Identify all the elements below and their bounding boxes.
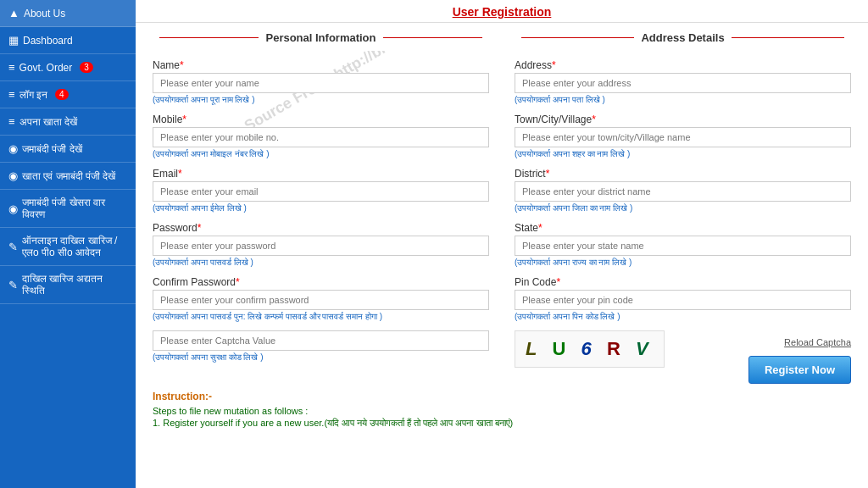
- state-hint: (उपयोगकर्ता अपना राज्य का नाम लिखे ): [515, 258, 851, 268]
- form-container: Personal Information Address Details Nam…: [136, 23, 868, 439]
- captcha-group: (उपयोगकर्ता अपना सुरक्षा कोड लिखे ): [153, 330, 489, 363]
- govt-order-badge: 3: [80, 62, 93, 73]
- account-jamabandi-icon: ◉: [8, 169, 18, 182]
- sidebar: ▲ About Us ▦ Dashboard ≡ Govt. Order 3 ≡…: [0, 0, 136, 488]
- address-details-header: Address Details: [515, 31, 851, 44]
- town-input[interactable]: [515, 127, 851, 147]
- name-group: Name* (उपयोगकर्ता अपना पूरा नाम लिखे ): [153, 59, 489, 105]
- pincode-label: Pin Code*: [515, 276, 851, 288]
- confirm-password-group: Confirm Password* (उपयोगकर्ता अपना पासवर…: [153, 276, 489, 322]
- town-label: Town/City/Village*: [515, 114, 851, 125]
- captcha-image: L U 6 R V: [515, 330, 665, 368]
- password-label: Password*: [153, 222, 489, 234]
- confirm-password-input[interactable]: [153, 290, 489, 310]
- instruction-step-1: 1. Register yourself if you are a new us…: [153, 418, 851, 429]
- mobile-label: Mobile*: [153, 114, 489, 125]
- sidebar-item-dashboard[interactable]: ▦ Dashboard: [0, 27, 136, 54]
- pincode-hint: (उपयोगकर्ता अपना पिन कोड लिखे ): [515, 312, 851, 322]
- dashboard-icon: ▦: [8, 34, 19, 47]
- instruction-subtitle: Steps to file new mutation as follows :: [153, 406, 851, 416]
- personal-info-col: Name* (उपयोगकर्ता अपना पूरा नाम लिखे ) M…: [153, 59, 489, 384]
- page-title-bar: User Registration: [136, 0, 868, 23]
- main-content: User Registration Source From: http://bh…: [136, 0, 868, 488]
- reload-captcha-button[interactable]: Reload Captcha: [748, 337, 851, 347]
- password-group: Password* (उपयोगकर्ता अपना पासवर्ड लिखे …: [153, 222, 489, 268]
- district-group: District* (उपयोगकर्ता अपना जिला का नाम ल…: [515, 168, 851, 214]
- sidebar-item-my-account[interactable]: ≡ अपना खाता देखें: [0, 108, 136, 136]
- mobile-input[interactable]: [153, 127, 489, 147]
- password-hint: (उपयोगकर्ता अपना पासवर्ड लिखे ): [153, 258, 489, 268]
- personal-info-header: Personal Information: [153, 31, 489, 44]
- address-details-col: Address* (उपयोगकर्ता अपना पता लिखे ) Tow…: [515, 59, 851, 384]
- password-input[interactable]: [153, 236, 489, 256]
- state-group: State* (उपयोगकर्ता अपना राज्य का नाम लिख…: [515, 222, 851, 268]
- account-icon: ≡: [8, 115, 15, 128]
- sidebar-item-account-jamabandi[interactable]: ◉ खाता एवं जमाबंदी पंजी देखें: [0, 163, 136, 190]
- address-label: Address*: [515, 59, 851, 71]
- name-hint: (उपयोगकर्ता अपना पूरा नाम लिखे ): [153, 95, 489, 105]
- sidebar-item-online-entry[interactable]: ✎ ऑनलाइन दाखिल खारिज / एलo पीo सीo आवेदन: [0, 228, 136, 266]
- address-input[interactable]: [515, 73, 851, 93]
- district-input[interactable]: [515, 181, 851, 202]
- sidebar-item-govt-order[interactable]: ≡ Govt. Order 3: [0, 54, 136, 81]
- sidebar-item-about-us[interactable]: ▲ About Us: [0, 0, 136, 27]
- register-now-button[interactable]: Register Now: [748, 356, 851, 384]
- pincode-input[interactable]: [515, 290, 851, 310]
- district-hint: (उपयोगकर्ता अपना जिला का नाम लिखे ): [515, 203, 851, 214]
- jamabandi-icon: ◉: [8, 142, 18, 155]
- list-icon: ≡: [8, 61, 15, 74]
- email-input[interactable]: [153, 181, 489, 202]
- district-label: District*: [515, 168, 851, 180]
- online-entry-icon: ✎: [8, 241, 18, 253]
- state-label: State*: [515, 222, 851, 234]
- form-columns: Name* (उपयोगकर्ता अपना पूरा नाम लिखे ) M…: [153, 59, 851, 384]
- captcha-input[interactable]: [153, 330, 489, 351]
- email-hint: (उपयोगकर्ता अपना ईमेल लिखे ): [153, 203, 489, 214]
- address-group: Address* (उपयोगकर्ता अपना पता लिखे ): [515, 59, 851, 105]
- about-icon: ▲: [8, 7, 19, 19]
- dakhil-icon: ✎: [8, 279, 18, 291]
- page-title[interactable]: User Registration: [453, 5, 552, 19]
- instruction-section: Instruction:- Steps to file new mutation…: [153, 391, 851, 429]
- khasra-icon: ◉: [8, 202, 18, 215]
- name-label: Name*: [153, 59, 489, 71]
- town-group: Town/City/Village* (उपयोगकर्ता अपना शहर …: [515, 114, 851, 159]
- sidebar-item-login[interactable]: ≡ लॉग इन 4: [0, 81, 136, 108]
- instruction-title: Instruction:-: [153, 391, 851, 402]
- sidebar-item-jamabandi[interactable]: ◉ जमाबंदी पंजी देखें: [0, 136, 136, 163]
- name-input[interactable]: [153, 73, 489, 93]
- login-badge: 4: [55, 89, 69, 100]
- town-hint: (उपयोगकर्ता अपना शहर का नाम लिखे ): [515, 149, 851, 159]
- confirm-password-label: Confirm Password*: [153, 276, 489, 288]
- captcha-hint: (उपयोगकर्ता अपना सुरक्षा कोड लिखे ): [153, 352, 489, 363]
- state-input[interactable]: [515, 236, 851, 256]
- sidebar-item-khasra[interactable]: ◉ जमाबंदी पंजी खेसरा वार विवरण: [0, 190, 136, 228]
- pincode-group: Pin Code* (उपयोगकर्ता अपना पिन कोड लिखे …: [515, 276, 851, 322]
- login-icon: ≡: [8, 88, 15, 101]
- mobile-group: Mobile* (उपयोगकर्ता अपना मोबाइल नंबर लिख…: [153, 114, 489, 159]
- email-label: Email*: [153, 168, 489, 180]
- mobile-hint: (उपयोगकर्ता अपना मोबाइल नंबर लिखे ): [153, 149, 489, 159]
- confirm-password-hint: (उपयोगकर्ता अपना पासवर्ड पुन: लिखे कन्फर…: [153, 312, 489, 322]
- sidebar-item-dakhil-kharij[interactable]: ✎ दाखिल खारिज अद्यतन स्थिति: [0, 266, 136, 304]
- address-hint: (उपयोगकर्ता अपना पता लिखे ): [515, 95, 851, 105]
- email-group: Email* (उपयोगकर्ता अपना ईमेल लिखे ): [153, 168, 489, 214]
